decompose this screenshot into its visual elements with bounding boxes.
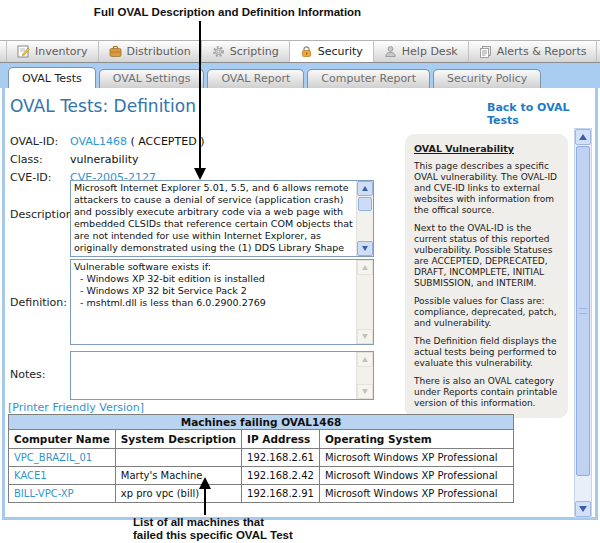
page-title: OVAL Tests: Definition (10, 96, 196, 116)
page-scroll-thumb[interactable] (576, 146, 590, 476)
report-pages-icon (479, 45, 492, 58)
notes-scrollbar[interactable] (356, 352, 373, 399)
subtab-oval-tests[interactable]: OVAL Tests (8, 67, 96, 88)
security-subnav: OVAL Tests OVAL Settings OVAL Report Com… (0, 63, 600, 88)
ip-address-cell: 192.168.2.91 (242, 485, 320, 503)
annotation-arrowhead-down (194, 168, 206, 180)
content-border-right (595, 88, 598, 520)
nav-tab-label: Security (318, 45, 363, 58)
subtab-computer-report[interactable]: Computer Report (307, 69, 430, 88)
nav-tab-label: Alerts & Reports (497, 45, 587, 58)
description-text: Microsoft Internet Explorer 5.01, 5.5, a… (71, 181, 356, 256)
screenshot-root: Full OVAL Description and Definition Inf… (0, 0, 600, 543)
operating-system-cell: Microsoft Windows XP Professional (319, 485, 513, 503)
back-to-oval-tests-link[interactable]: Back to OVAL Tests (487, 101, 600, 127)
nav-tab-distribution[interactable]: Distribution (99, 41, 202, 62)
system-description-cell (115, 449, 241, 467)
class-value: vulnerability (70, 153, 139, 166)
main-navbar: Inventory Distribution Scripting Securit… (0, 40, 600, 63)
annotation-bottom-line1: List of all machines that (133, 516, 293, 529)
gear-icon (212, 45, 225, 58)
content-border-bottom (2, 517, 598, 520)
subtab-oval-settings[interactable]: OVAL Settings (99, 69, 205, 88)
help-box-paragraph: There is also an OVAL category under Rep… (414, 376, 559, 409)
printer-friendly-link[interactable]: [Printer Friendly Version] (8, 401, 144, 414)
nav-tab-scripting[interactable]: Scripting (202, 41, 290, 62)
annotation-top-label: Full OVAL Description and Definition Inf… (60, 6, 395, 18)
annotation-arrowhead-up (199, 477, 211, 489)
scroll-down-button[interactable] (357, 384, 373, 399)
padlock-icon (300, 45, 313, 58)
description-textarea[interactable]: Microsoft Internet Explorer 5.01, 5.5, a… (70, 180, 374, 257)
computer-name-link[interactable]: KACE1 (14, 470, 47, 481)
annotation-arrow-down (199, 21, 201, 168)
content-border-left (2, 88, 5, 520)
operating-system-cell: Microsoft Windows XP Professional (319, 467, 513, 485)
nav-tab-label: Scripting (230, 45, 279, 58)
table-caption: Machines failing OVAL1468 (9, 415, 514, 430)
help-box-paragraph: Possible values for Class are: complianc… (414, 296, 559, 329)
help-box: OVAL Vulnerability This page describes a… (405, 134, 568, 418)
column-header-ip-address: IP Address (242, 430, 320, 449)
annotation-bottom-line2: failed this specific OVAL Test (133, 529, 293, 542)
column-header-computer-name: Computer Name (9, 430, 116, 449)
definition-textarea[interactable]: Vulnerable software exists if: - Windows… (70, 259, 374, 345)
scroll-up-button[interactable] (357, 352, 373, 367)
subtab-security-policy[interactable]: Security Policy (433, 69, 541, 88)
definition-text: Vulnerable software exists if: - Windows… (71, 260, 356, 344)
notes-label: Notes: (10, 368, 45, 381)
class-label: Class: (10, 153, 43, 166)
scroll-thumb[interactable] (358, 197, 372, 211)
nav-tab-inventory[interactable]: Inventory (6, 41, 99, 62)
system-description-cell: xp pro vpc (bill) (115, 485, 241, 503)
help-box-heading: OVAL Vulnerability (414, 143, 559, 154)
clipboard-pencil-icon (17, 45, 30, 58)
ip-address-cell: 192.168.2.42 (242, 467, 320, 485)
column-header-system-description: System Description (115, 430, 241, 449)
nav-tab-label: Inventory (35, 45, 88, 58)
oval-id-link[interactable]: OVAL1468 (70, 135, 127, 148)
page-scroll-down-button[interactable] (575, 501, 591, 517)
nav-tab-alerts-reports[interactable]: Alerts & Reports (469, 41, 598, 62)
table-row: KACE1 Marty's Machine 192.168.2.42 Micro… (9, 467, 514, 485)
definition-scrollbar[interactable] (356, 260, 373, 344)
cve-id-label: CVE-ID: (10, 171, 52, 184)
notes-textarea[interactable] (70, 351, 374, 400)
computer-name-link[interactable]: VPC_BRAZIL_01 (14, 452, 92, 463)
annotation-arrow-up (204, 488, 206, 515)
system-description-cell: Marty's Machine (115, 467, 241, 485)
nav-tab-label: Help Desk (402, 45, 458, 58)
page-scrollbar[interactable] (574, 128, 592, 518)
column-header-operating-system: Operating System (319, 430, 513, 449)
annotation-bottom-label: List of all machines that failed this sp… (133, 516, 293, 542)
scroll-down-button[interactable] (357, 329, 373, 344)
nav-tab-label: Distribution (127, 45, 191, 58)
subtab-oval-report[interactable]: OVAL Report (207, 69, 304, 88)
scroll-up-button[interactable] (357, 260, 373, 275)
help-box-paragraph: Next to the OVAL-ID is the current statu… (414, 223, 559, 289)
computer-name-link[interactable]: BILL-VPC-XP (14, 488, 74, 499)
nav-tab-help-desk[interactable]: Help Desk (374, 41, 469, 62)
table-row: BILL-VPC-XP xp pro vpc (bill) 192.168.2.… (9, 485, 514, 503)
oval-id-label: OVAL-ID: (10, 135, 58, 148)
person-icon (384, 45, 397, 58)
scroll-down-button[interactable] (357, 241, 373, 256)
description-label: Description: (10, 208, 76, 221)
ip-address-cell: 192.168.2.61 (242, 449, 320, 467)
briefcase-icon (109, 45, 122, 58)
definition-label: Definition: (10, 296, 67, 309)
oval-id-status: ( ACCEPTED ) (130, 135, 204, 148)
page-scroll-up-button[interactable] (575, 129, 591, 145)
description-scrollbar[interactable] (356, 181, 373, 256)
table-row: VPC_BRAZIL_01 192.168.2.61 Microsoft Win… (9, 449, 514, 467)
help-box-paragraph: This page describes a specific OVAL vuln… (414, 161, 559, 216)
notes-text (71, 352, 356, 399)
nav-tab-security[interactable]: Security (290, 41, 374, 62)
help-box-paragraph: The Definition field displays the actual… (414, 336, 559, 369)
operating-system-cell: Microsoft Windows XP Professional (319, 449, 513, 467)
scroll-up-button[interactable] (357, 181, 373, 196)
machines-failing-table: Machines failing OVAL1468 Computer Name … (8, 414, 514, 503)
